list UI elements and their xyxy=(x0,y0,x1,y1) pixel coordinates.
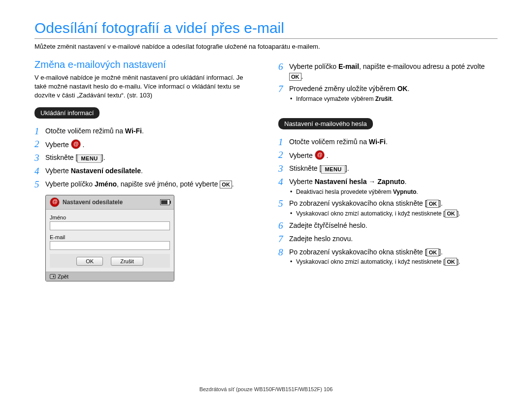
step-sub: Informace vymažete výběrem Zrušit. xyxy=(289,95,498,103)
step-3: 3 Stiskněte [MENU]. xyxy=(34,153,254,163)
step-4b: 4 Vyberte Nastavení hesla → Zapnuto. Dea… xyxy=(278,177,498,196)
email-icon xyxy=(315,150,325,160)
wifi-label: Wi-Fi xyxy=(125,127,142,135)
mock-field-name-label: Jméno xyxy=(50,215,170,220)
page-title: Odesílání fotografií a videí přes e-mail xyxy=(34,20,498,36)
left-column: Změna e-mailových nastavení V e-mailové … xyxy=(34,59,254,281)
step-bold: E-mail xyxy=(338,62,359,70)
cancel-button[interactable]: Zrušit xyxy=(111,257,143,266)
step-1b: 1 Otočte voličem režimů na Wi-Fi. xyxy=(278,137,498,148)
step-5: 5 Vyberte políčko Jméno, napište své jmé… xyxy=(34,180,254,190)
intro-text: Můžete změnit nastavení v e-mailové nabí… xyxy=(34,43,498,50)
mock-email-input[interactable] xyxy=(50,241,170,250)
email-icon xyxy=(71,139,81,149)
ok-icon: OK xyxy=(220,181,232,188)
step-6: 6 Vyberte políčko E-mail, napište e-mail… xyxy=(278,62,498,81)
right-column: 6 Vyberte políčko E-mail, napište e-mail… xyxy=(278,59,498,281)
ok-icon: OK xyxy=(427,248,439,256)
step-sub: Deaktivaci hesla provedete výběrem Vypnu… xyxy=(289,188,498,196)
ok-icon: OK xyxy=(445,258,457,266)
ok-icon: OK xyxy=(427,200,439,208)
subheading-pill-storing: Ukládání informací xyxy=(34,107,100,119)
wifi-label: Wi-Fi xyxy=(369,138,386,146)
step-4: 4 Vyberte Nastavení odesílatele. xyxy=(34,166,254,177)
page-footer: Bezdrátová síť (pouze WB150F/WB151F/WB15… xyxy=(0,386,532,392)
menu-icon: MENU xyxy=(77,154,101,163)
settings-sender-mock: Nastavení odesílatele Jméno E-mail OK Zr… xyxy=(45,195,174,281)
step-sub: Vyskakovací okno zmizí automaticky, i kd… xyxy=(289,210,498,218)
step-3b: 3 Stiskněte [MENU]. xyxy=(278,164,498,174)
back-icon[interactable] xyxy=(50,274,56,279)
ok-button[interactable]: OK xyxy=(76,257,103,266)
mock-name-input[interactable] xyxy=(50,221,170,230)
step-5b: 5 Po zobrazení vyskakovacího okna stiskn… xyxy=(278,199,498,217)
step-8b: 8 Po zobrazení vyskakovacího okna stiskn… xyxy=(278,247,498,266)
step-1: 1 Otočte voličem režimů na Wi-Fi. xyxy=(34,126,254,137)
step-text: Stiskněte xyxy=(45,154,75,161)
menu-icon: MENU xyxy=(321,165,345,174)
mock-field-email-label: E-mail xyxy=(50,234,170,240)
step-bold: Jméno xyxy=(95,180,117,188)
subheading-pill-password: Nastavení e-mailového hesla xyxy=(278,118,373,129)
mock-title: Nastavení odesílatele xyxy=(63,199,123,206)
step-6b: 6 Zadejte čtyřčíselné heslo. xyxy=(278,221,498,231)
step-sub: Vyskakovací okno zmizí automaticky, i kd… xyxy=(289,258,498,266)
step-text: Vyberte xyxy=(45,141,71,149)
step-7b: 7 Zadejte heslo znovu. xyxy=(278,234,498,245)
step-2: 2 Vyberte . xyxy=(34,139,254,150)
step-bold: Nastavení odesílatele xyxy=(71,167,141,175)
ok-icon: OK xyxy=(289,73,301,81)
mock-back-label: Zpět xyxy=(58,274,68,279)
email-icon xyxy=(50,197,60,207)
step-bold: OK xyxy=(397,85,407,93)
step-2b: 2 Vyberte . xyxy=(278,150,498,161)
section-para: V e-mailové nabídce je možné měnit nasta… xyxy=(34,73,254,100)
title-separator xyxy=(34,38,498,39)
section-heading: Změna e-mailových nastavení xyxy=(34,59,254,70)
step-text: Otočte voličem režimů na xyxy=(45,127,125,135)
ok-icon: OK xyxy=(445,210,457,217)
battery-icon xyxy=(160,199,170,205)
step-7: 7 Provedené změny uložíte výběrem OK. In… xyxy=(278,84,498,103)
